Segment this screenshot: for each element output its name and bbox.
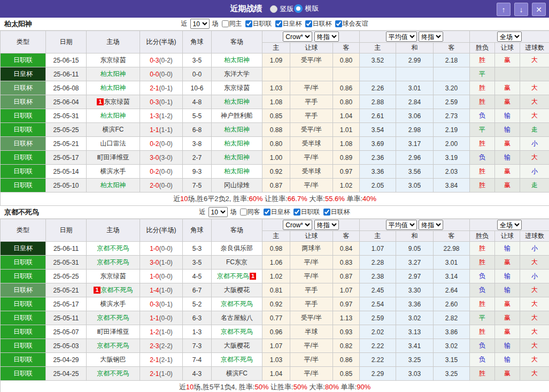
- home-team-cell: 1京都不死鸟: [87, 283, 140, 297]
- summary-label: 大率:: [307, 195, 325, 203]
- league-checkbox[interactable]: [323, 209, 330, 216]
- column-header: 客场: [212, 31, 262, 53]
- fulltime-score: 2-1: [150, 370, 159, 378]
- layout-option-vertical[interactable]: 竖版: [270, 4, 294, 14]
- score-cell: 0-2(0-0): [140, 165, 183, 179]
- away-team-name: 京都不死鸟: [221, 328, 253, 335]
- fulltime-score: 0-3: [150, 57, 159, 64]
- average-time-select[interactable]: 终指: [419, 220, 443, 230]
- league-checkbox-label[interactable]: 球会友谊: [333, 19, 368, 28]
- avg-draw-odds-cell: 3.01: [396, 81, 434, 95]
- league-checkbox[interactable]: [245, 20, 252, 27]
- odds-time-select[interactable]: 终指: [314, 220, 339, 230]
- match-count-select[interactable]: 10: [208, 207, 228, 217]
- red-card-badge: 1: [94, 287, 100, 294]
- handicap-home-odds-cell: 0.80: [262, 137, 290, 151]
- match-row: 日职联25-05-31京都不死鸟3-0(1-0)3-5FC东京1.06平/半0.…: [1, 256, 549, 270]
- competition-type-cell: 日联杯: [1, 95, 46, 109]
- away-team-name: 柏太阳神: [224, 140, 250, 147]
- layout-option-horizontal[interactable]: 横版: [294, 4, 319, 13]
- match-count-select[interactable]: 10: [190, 19, 210, 29]
- league-checkbox-label[interactable]: 日联杯: [303, 19, 332, 28]
- home-team-name: 京都不死鸟: [97, 342, 129, 349]
- handicap-result-cell: 赢: [495, 165, 520, 179]
- summary-value: 50%: [293, 383, 307, 391]
- away-team-cell: 大阪樱花: [212, 339, 262, 353]
- league-checkbox[interactable]: [335, 20, 342, 27]
- radio-icon[interactable]: [294, 4, 303, 13]
- away-team-cell: 东洋大学: [212, 67, 262, 81]
- avg-away-odds-cell: 2.19: [434, 123, 470, 137]
- away-team-cell: 京都不死鸟: [212, 353, 262, 367]
- summary-value: 60%: [249, 195, 263, 203]
- league-checkbox[interactable]: [275, 20, 282, 27]
- avg-home-odds-cell: 2.26: [360, 81, 396, 95]
- layout-option-label: 横版: [305, 4, 319, 13]
- sub-column-header: 客: [434, 43, 470, 53]
- bookmaker-select[interactable]: Crow*: [283, 32, 312, 42]
- summary-row: 近10场,胜5平1负4, 胜率:50% 让胜率:50% 大率:80% 单率:90…: [1, 381, 549, 392]
- same-venue-checkbox-label[interactable]: 同主: [220, 19, 242, 28]
- goals-result-cell: 大: [520, 95, 549, 109]
- move-down-button[interactable]: ↓: [514, 3, 528, 16]
- win-loss-result-cell: 胜: [470, 325, 495, 339]
- handicap-away-odds-cell: 1.04: [333, 109, 360, 123]
- same-venue-checkbox[interactable]: [222, 20, 229, 27]
- match-row: 日联杯25-06-08柏太阳神2-1(0-1)10-6东京绿茵1.03平/半0.…: [1, 81, 549, 95]
- match-count-prefix: 近: [181, 19, 188, 28]
- move-up-button[interactable]: ↑: [497, 3, 511, 16]
- corners-cell: 9-3: [183, 165, 212, 179]
- avg-home-odds-cell: 2.05: [360, 179, 396, 193]
- scope-select[interactable]: 全场: [497, 220, 522, 230]
- halftime-score: (0-1): [159, 301, 173, 308]
- radio-icon[interactable]: [270, 5, 277, 13]
- fulltime-score: 3-0: [150, 259, 159, 266]
- corners-cell: 6-3: [183, 311, 212, 325]
- handicap-result-cell: 输: [495, 270, 520, 283]
- handicap-result-cell: 输: [495, 353, 520, 367]
- average-select[interactable]: 平均值: [386, 220, 417, 230]
- league-checkbox[interactable]: [305, 20, 312, 27]
- score-cell: 0-3(0-1): [140, 95, 183, 109]
- corners-cell: 4-3: [183, 367, 212, 381]
- away-team-name: 奈良俱乐部: [221, 244, 253, 252]
- handicap-result-cell: 输: [495, 123, 520, 137]
- match-row: 日职联25-05-03京都不死鸟2-3(2-2)7-3大阪樱花1.07平/半0.…: [1, 339, 549, 353]
- close-button[interactable]: ✕: [532, 3, 546, 16]
- competition-type-cell: 日皇杯: [1, 67, 46, 81]
- avg-away-odds-cell: 2.64: [434, 283, 470, 297]
- league-checkbox-label[interactable]: 日职联: [243, 19, 272, 28]
- handicap-away-odds-cell: 0.97: [333, 297, 360, 311]
- odds-time-select[interactable]: 终指: [314, 32, 339, 42]
- league-checkbox-label[interactable]: 日联杯: [321, 207, 350, 217]
- avg-away-odds-cell: 2.18: [434, 53, 470, 67]
- competition-type-cell: 日职联: [1, 353, 46, 367]
- summary-value: 55.6%: [325, 195, 345, 203]
- match-date-cell: 25-05-21: [46, 283, 87, 297]
- avg-home-odds-cell: 2.22: [360, 353, 396, 367]
- league-checkbox-label[interactable]: 日皇杯: [261, 207, 290, 217]
- sub-column-header: 让球: [495, 231, 520, 242]
- home-team-cell: 横滨水手: [87, 165, 140, 179]
- score-cell: 2-1(1-0): [140, 367, 183, 381]
- score-cell: 1-4(1-0): [140, 283, 183, 297]
- match-row: 日皇杯25-06-11京都不死鸟1-0(0-0)5-3奈良俱乐部0.98两球半0…: [1, 242, 549, 256]
- handicap-line-cell: 平/半: [290, 256, 333, 270]
- average-select[interactable]: 平均值: [386, 32, 417, 42]
- average-time-select[interactable]: 终指: [419, 32, 443, 42]
- home-team-cell: 柏太阳神: [87, 67, 140, 81]
- avg-home-odds-cell: 1.07: [360, 242, 396, 256]
- same-venue-checkbox[interactable]: [240, 209, 247, 216]
- league-label-text: 日联杯: [331, 207, 350, 217]
- avg-home-odds-cell: 3.52: [360, 53, 396, 67]
- same-venue-checkbox-label[interactable]: 同客: [238, 207, 260, 217]
- league-checkbox[interactable]: [264, 209, 270, 216]
- win-loss-result-cell: 胜: [470, 81, 495, 95]
- league-checkbox[interactable]: [293, 209, 300, 216]
- home-team-cell: 柏太阳神: [87, 109, 140, 123]
- scope-select[interactable]: 全场: [497, 32, 522, 42]
- league-checkbox-label[interactable]: 日皇杯: [273, 19, 302, 28]
- league-checkbox-label[interactable]: 日职联: [291, 207, 320, 217]
- bookmaker-select[interactable]: Crow*: [283, 220, 312, 230]
- avg-home-odds-cell: 3.36: [360, 165, 396, 179]
